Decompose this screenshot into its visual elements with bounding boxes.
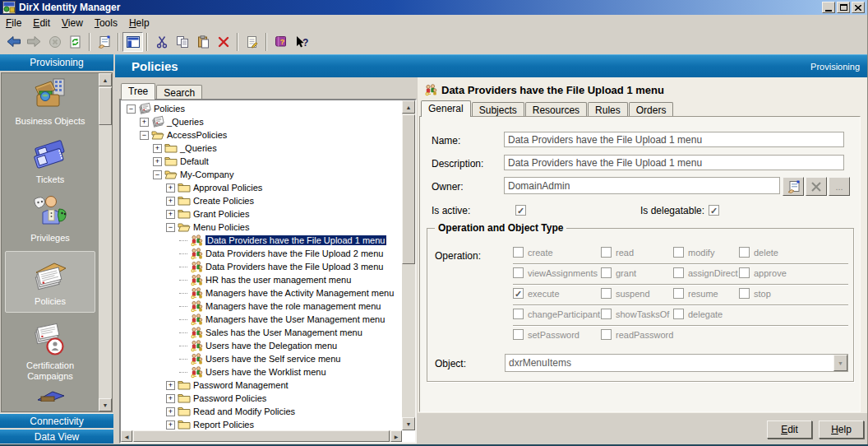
scroll-down-icon[interactable]: ▼ [99, 398, 112, 411]
operation-delegate-checkbox[interactable]: delegate [673, 309, 723, 319]
operation-create-checkbox[interactable]: create [513, 247, 553, 258]
checkbox[interactable] [513, 267, 524, 278]
tab-resources[interactable]: Resources [525, 102, 587, 117]
checkbox[interactable] [601, 267, 612, 278]
checkbox[interactable] [673, 288, 684, 299]
tab-tree[interactable]: Tree [121, 83, 155, 100]
forward-button[interactable] [24, 32, 44, 52]
operation-approve-checkbox[interactable]: approve [739, 267, 787, 278]
tree-row[interactable]: −AccessPolicies [122, 128, 402, 142]
scroll-down-icon[interactable]: ▼ [402, 417, 415, 430]
is-active-checkbox[interactable]: ✓ [515, 205, 526, 216]
operation-assigndirect-checkbox[interactable]: assignDirect [673, 267, 738, 278]
sidebar-item-business-objects[interactable]: Business Objects [5, 76, 95, 127]
operation-showtasksof-checkbox[interactable]: showTasksOf [601, 309, 669, 319]
checkbox[interactable] [513, 309, 524, 319]
scroll-up-icon[interactable]: ▲ [402, 100, 415, 114]
paste-button[interactable] [192, 32, 213, 52]
operation-readpassword-checkbox[interactable]: readPassword [601, 329, 673, 340]
back-button[interactable] [3, 32, 24, 52]
collapse-icon[interactable]: − [166, 223, 175, 232]
checkbox[interactable] [601, 329, 612, 340]
menu-view[interactable]: View [56, 16, 89, 30]
is-delegatable-checkbox[interactable]: ✓ [709, 205, 719, 216]
menu-edit[interactable]: Edit [27, 16, 56, 30]
sidebar-section-data-view[interactable]: Data View [0, 429, 113, 444]
refresh-button[interactable] [65, 32, 85, 52]
menu-file[interactable]: File [0, 16, 27, 30]
notes-button[interactable] [242, 32, 262, 52]
tree-row[interactable]: Managers have the User Management menu [122, 313, 402, 326]
chevron-down-icon[interactable]: ▼ [833, 355, 847, 371]
scroll-up-icon[interactable]: ▲ [99, 73, 112, 86]
owner-input[interactable] [504, 177, 780, 194]
context-help-button[interactable]: ? [291, 32, 312, 52]
tree-row[interactable]: Users have the Delegation menu [122, 339, 402, 352]
tree-row[interactable]: +Grant Policies [122, 207, 402, 221]
operation-modify-checkbox[interactable]: modify [673, 247, 714, 258]
tree-row[interactable]: +Password Management [122, 379, 402, 392]
checkbox[interactable] [513, 247, 524, 258]
operation-viewassignments-checkbox[interactable]: viewAssignments [513, 267, 598, 278]
scroll-right-icon[interactable]: ▶ [390, 430, 402, 442]
expand-icon[interactable]: + [166, 210, 175, 219]
checkbox[interactable] [673, 267, 684, 278]
tree-row[interactable]: −My-Company [122, 168, 402, 181]
owner-browse-button[interactable]: ... [829, 177, 850, 196]
stop-button[interactable] [44, 32, 65, 52]
maximize-button[interactable] [837, 2, 850, 13]
tree-row[interactable]: +_Queries [122, 115, 402, 128]
menu-tools[interactable]: Tools [89, 16, 123, 30]
operation-suspend-checkbox[interactable]: suspend [601, 288, 650, 299]
tree-row[interactable]: Data Providers have the File Upload 2 me… [122, 247, 402, 260]
tree-row[interactable]: Managers have the role management menu [122, 300, 402, 313]
expand-icon[interactable]: + [140, 118, 149, 127]
checkbox[interactable] [601, 247, 612, 258]
tree-horizontal-scrollbar[interactable]: ◀ ▶ [121, 430, 402, 442]
expand-icon[interactable]: + [166, 184, 175, 193]
tree-row[interactable]: Data Providers have the File Upload 1 me… [122, 234, 402, 247]
scrollbar-thumb[interactable] [402, 114, 415, 264]
tree-vertical-scrollbar[interactable]: ▲ ▼ [402, 100, 415, 430]
tab-search[interactable]: Search [156, 85, 202, 100]
checkbox[interactable]: ✓ [513, 288, 524, 299]
scroll-left-icon[interactable]: ◀ [121, 430, 132, 442]
sidebar-item-privileges[interactable]: Privileges [5, 193, 95, 244]
description-input[interactable] [504, 155, 844, 170]
sidebar-item-certification-campaigns[interactable]: Certification Campaigns [5, 320, 95, 382]
operation-grant-checkbox[interactable]: grant [601, 267, 636, 278]
panel-toggle-button[interactable] [122, 32, 143, 52]
delete-button[interactable] [213, 32, 233, 52]
cut-button[interactable] [151, 32, 172, 52]
sidebar-scrollbar[interactable]: ▲ ▼ [99, 73, 112, 411]
operation-resume-checkbox[interactable]: resume [673, 288, 718, 299]
checkbox[interactable] [739, 267, 750, 278]
tab-subjects[interactable]: Subjects [472, 102, 524, 117]
scrollbar-thumb[interactable] [99, 87, 112, 125]
tree-row[interactable]: +Password Policies [122, 392, 402, 405]
tree-row[interactable]: Managers have the Activity Management me… [122, 286, 402, 300]
sidebar-section-provisioning[interactable]: Provisioning [0, 54, 113, 71]
checkbox[interactable] [513, 329, 524, 340]
sidebar-item-policies[interactable]: Policies [5, 251, 95, 313]
tree-row[interactable]: +Approval Policies [122, 181, 402, 194]
operation-stop-checkbox[interactable]: stop [739, 288, 771, 299]
expand-icon[interactable]: + [166, 407, 175, 416]
expand-icon[interactable]: + [166, 381, 175, 390]
copy-button[interactable] [172, 32, 192, 52]
close-button[interactable] [852, 2, 865, 13]
collapse-icon[interactable]: − [140, 131, 149, 140]
name-input[interactable] [504, 132, 844, 147]
operation-changeparticipant-checkbox[interactable]: changeParticipant [513, 309, 600, 319]
operation-read-checkbox[interactable]: read [601, 247, 634, 258]
tree-row[interactable]: −Menu Policies [122, 221, 402, 234]
tab-general[interactable]: General [421, 100, 471, 117]
expand-icon[interactable]: + [153, 144, 162, 153]
operation-execute-checkbox[interactable]: ✓execute [513, 288, 560, 299]
collapse-icon[interactable]: − [127, 105, 136, 114]
checkbox[interactable] [739, 247, 750, 258]
sidebar-item-tickets[interactable]: Tickets [5, 134, 95, 185]
scrollbar-thumb[interactable] [133, 430, 390, 442]
tree-row[interactable]: +Read and Modify Policies [122, 405, 402, 418]
owner-clear-button[interactable] [806, 177, 827, 196]
